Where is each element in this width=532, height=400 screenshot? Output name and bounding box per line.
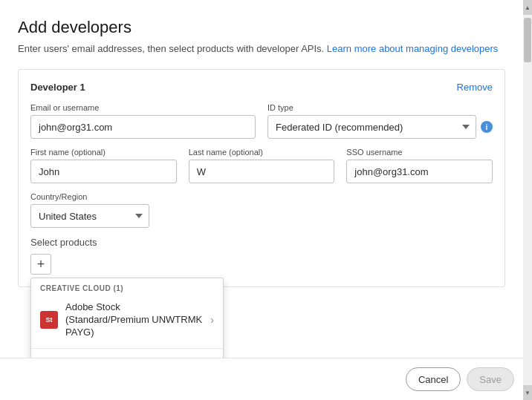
dialog-footer: Cancel Save <box>0 358 532 400</box>
first-name-input[interactable] <box>30 160 177 183</box>
sso-label: SSO username <box>346 148 493 157</box>
dialog-header: Add developers Enter users' email addres… <box>0 0 532 60</box>
adobe-stock-name: Adobe Stock (Standard/Premium UNWTRMK PA… <box>65 301 203 339</box>
names-sso-row: First name (optional) Last name (optiona… <box>30 148 493 183</box>
email-label: Email or username <box>30 103 256 112</box>
dialog-subtitle: Enter users' email addresses, then selec… <box>18 43 514 54</box>
id-type-group: ID type Federated ID (recommended) Enter… <box>267 103 493 139</box>
add-product-button[interactable]: + <box>30 254 51 275</box>
dialog-body: Developer 1 Remove Email or username ID … <box>0 60 532 358</box>
last-name-input[interactable] <box>189 160 335 183</box>
first-name-label: First name (optional) <box>30 148 177 157</box>
country-label: Country/Region <box>30 192 493 201</box>
scrollbar-thumb[interactable] <box>524 18 531 62</box>
id-type-input-row: Federated ID (recommended) Enterprise ID… <box>267 115 493 139</box>
product-dropdown-menu: CREATIVE CLOUD (1) St Adobe Stock (Stand… <box>30 278 224 358</box>
developer-section-header: Developer 1 Remove <box>30 82 493 93</box>
sso-group: SSO username <box>346 148 493 183</box>
dialog-title: Add developers <box>18 18 514 37</box>
developer-label: Developer 1 <box>30 82 85 93</box>
id-type-select[interactable]: Federated ID (recommended) Enterprise ID… <box>267 115 476 139</box>
country-select[interactable]: United States <box>30 204 149 228</box>
email-idtype-row: Email or username ID type Federated ID (… <box>30 103 493 139</box>
last-name-group: Last name (optional) <box>189 148 335 183</box>
sso-input[interactable] <box>346 160 493 183</box>
id-type-label: ID type <box>267 103 493 112</box>
creative-cloud-header: CREATIVE CLOUD (1) <box>31 278 223 295</box>
developer-1-section: Developer 1 Remove Email or username ID … <box>18 69 505 287</box>
add-developers-dialog: ▲ ▼ Add developers Enter users' email ad… <box>0 0 532 400</box>
info-icon[interactable]: i <box>481 121 493 133</box>
adobe-stock-item[interactable]: St Adobe Stock (Standard/Premium UNWTRMK… <box>31 295 223 345</box>
learn-more-link[interactable]: Learn more about managing developers <box>327 43 499 54</box>
email-group: Email or username <box>30 103 256 139</box>
scrollbar-down-button[interactable]: ▼ <box>523 385 532 400</box>
chevron-right-icon: › <box>210 314 214 326</box>
first-name-group: First name (optional) <box>30 148 177 183</box>
country-group: Country/Region United States <box>30 192 493 228</box>
add-button-wrapper: + CREATIVE CLOUD (1) St Adobe Stock (Sta… <box>30 254 51 275</box>
scrollbar-up-button[interactable]: ▲ <box>523 0 532 15</box>
subtitle-text: Enter users' email addresses, then selec… <box>18 43 327 54</box>
cancel-button[interactable]: Cancel <box>406 367 461 391</box>
document-cloud-header: DOCUMENT CLOUD (1) <box>31 352 223 358</box>
country-select-wrapper: United States <box>30 204 493 228</box>
last-name-label: Last name (optional) <box>189 148 335 157</box>
select-products-label: Select products <box>30 237 493 248</box>
remove-link[interactable]: Remove <box>457 82 493 93</box>
email-input[interactable] <box>30 115 256 139</box>
save-button[interactable]: Save <box>467 367 514 391</box>
adobe-stock-icon: St <box>40 311 58 329</box>
dropdown-divider <box>31 348 223 349</box>
scrollbar[interactable]: ▲ ▼ <box>523 0 532 400</box>
